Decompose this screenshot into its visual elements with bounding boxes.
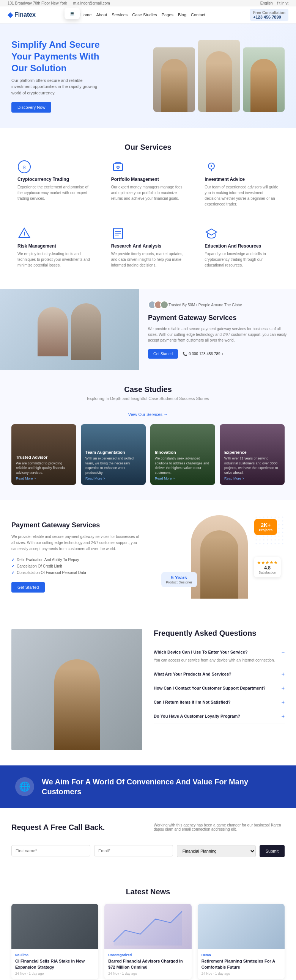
service-desc-1: Experience the excitement and promise of… [18, 184, 91, 201]
nav-home[interactable]: Home [80, 13, 91, 17]
news-title-3[interactable]: Retirement Planning Strategies For A Com… [202, 958, 281, 970]
case-read-more-1[interactable]: Read More > [16, 477, 72, 480]
case-studies-sub: Exploring In Depth and Insightful Case S… [11, 396, 285, 401]
hero-heading: Simplify And Secure Your Payments With O… [11, 39, 148, 74]
nav-pages[interactable]: Pages [162, 13, 173, 17]
service-card-5: Research And Analysis We provide timely … [105, 221, 191, 274]
hero-description: Our platform offers secure and reliable … [11, 77, 102, 96]
news-section: Latest News Naulima CI Financial Sells R… [0, 872, 296, 980]
case-studies-section: Case Studies Exploring In Depth and Insi… [0, 370, 296, 500]
payment-banner-section: 💻 Trusted By 50M+ People Around The Glob… [0, 289, 296, 370]
faq-toggle-5[interactable]: + [282, 713, 285, 719]
payment-gateway-section: Payment Gateway Services We provide reli… [0, 500, 296, 614]
news-date-1: 24 Nov · 1 day ago [15, 972, 94, 975]
contact-section: Request A Free Call Back. Working with t… [0, 808, 296, 872]
nav-phone: Free Consultation +123 456 7890 [250, 9, 288, 21]
logo-icon: ◆ [8, 11, 13, 19]
nav-blog[interactable]: Blog [178, 13, 186, 17]
services-title: Our Services [11, 143, 285, 152]
pg-check-2: ✓Cancelation Of Credit Limit [11, 563, 142, 570]
case-read-more-4[interactable]: Read More > [224, 477, 280, 480]
services-grid: ₿ Cryptocurrency Trading Experience the … [11, 154, 285, 274]
faq-image [11, 629, 142, 750]
news-title-1[interactable]: CI Financial Sells RIA Stake In New Expa… [15, 958, 94, 970]
news-tag-3: Demo [202, 953, 281, 957]
case-title-1: Trusted Advisor [16, 455, 72, 460]
service-field: Financial Planning [177, 845, 256, 857]
language-select[interactable]: English [260, 1, 273, 5]
logo: ◆ Finatex [8, 11, 36, 19]
nav-about[interactable]: About [96, 13, 107, 17]
pg-check-3: ✓Consolidation Of Financial Personal Dat… [11, 570, 142, 576]
pg-desc: We provide reliable and secure payment g… [11, 534, 142, 552]
faq-toggle-3[interactable]: + [282, 685, 285, 691]
projects-badge: 2K+ Projects [254, 519, 277, 535]
services-section: Our Services ₿ Cryptocurrency Trading Ex… [0, 128, 296, 289]
news-img-1 [11, 904, 98, 949]
service-card-6: Education And Resources Expand your know… [198, 221, 285, 274]
case-read-more-2[interactable]: Read More > [85, 477, 141, 480]
service-select[interactable]: Financial Planning [177, 845, 256, 857]
crypto-icon: ₿ [18, 160, 31, 173]
case-title-3: Innovation [155, 450, 211, 455]
news-body-2: Uncategorized Barred Financial Advisors … [104, 949, 191, 979]
faq-answer-1: You can access our service from any devi… [154, 655, 285, 663]
payment-banner-desc: We provide reliable and secure payment g… [148, 326, 287, 343]
faq-question-2[interactable]: What Are Your Products And Services? + [154, 671, 285, 677]
risk-icon [18, 227, 31, 240]
faq-item-1: Which Device Can I Use To Enter Your Ser… [154, 645, 285, 667]
nav-case-studies[interactable]: Case Studies [132, 13, 157, 17]
firstname-input[interactable] [11, 845, 90, 856]
faq-question-5[interactable]: Do You Have A Customer Loyalty Program? … [154, 713, 285, 719]
service-card-1: ₿ Cryptocurrency Trading Experience the … [11, 154, 98, 213]
submit-button[interactable]: Submit [259, 845, 285, 857]
case-read-more-3[interactable]: Read More > [155, 477, 211, 480]
case-desc-2: With an experienced and skilled team, we… [85, 456, 141, 475]
payment-get-started-button[interactable]: Get Started [148, 349, 178, 359]
svg-point-3 [117, 166, 119, 168]
news-img-3 [198, 904, 285, 949]
faq-item-5: Do You Have A Customer Loyalty Program? … [154, 709, 285, 723]
service-title-6: Education And Resources [205, 243, 278, 249]
service-desc-3: Our team of experienced advisors will gu… [205, 184, 278, 207]
faq-question-3[interactable]: How Can I Contact Your Customer Support … [154, 685, 285, 691]
address: 101 Broadway 70th Floor New York [8, 1, 67, 5]
email-input[interactable] [94, 845, 173, 856]
faq-question-1[interactable]: Which Device Can I Use To Enter Your Ser… [154, 649, 285, 655]
service-desc-5: We provide timely reports, market update… [111, 251, 185, 268]
service-title-2: Portfolio Management [111, 177, 185, 182]
service-desc-4: We employ industry-leading tools and tec… [18, 251, 91, 268]
news-grid: Naulima CI Financial Sells RIA Stake In … [11, 904, 285, 979]
faq-section: Frequently Asked Questions Which Device … [0, 614, 296, 765]
service-title-1: Cryptocurrency Trading [18, 177, 91, 182]
contact-form: Financial Planning Submit [11, 845, 285, 857]
case-studies-title: Case Studies [11, 385, 285, 394]
payment-banner-content: Trusted By 50M+ People Around The Globe … [139, 289, 296, 370]
case-grid: Trusted Advisor We are committed to prov… [11, 424, 285, 485]
news-date-2: 24 Nov · 1 day ago [108, 972, 187, 975]
contact-title: Request A Free Call Back. [11, 823, 142, 832]
faq-toggle-1[interactable]: − [282, 649, 285, 655]
payment-phone: 📞 0 000 123 456 789 › [182, 352, 223, 356]
years-badge: 5 Years Product Designer [161, 572, 197, 587]
payment-banner-title: Payment Gateway Services [148, 313, 287, 322]
payment-banner-image: 💻 [0, 289, 139, 370]
faq-question-4[interactable]: Can I Return Items If I'm Not Satisfied?… [154, 699, 285, 705]
nav-services[interactable]: Services [112, 13, 128, 17]
view-services-link[interactable]: View Our Services → [11, 412, 285, 417]
case-card-3: Innovation We constantly seek advanced s… [150, 424, 215, 485]
research-icon [111, 227, 125, 240]
nav-contact[interactable]: Contact [191, 13, 205, 17]
faq-toggle-2[interactable]: + [282, 671, 285, 677]
svg-rect-2 [114, 164, 123, 170]
news-body-3: Demo Retirement Planning Strategies For … [198, 949, 285, 979]
news-title-2[interactable]: Barred Financial Advisors Charged In $72… [108, 958, 187, 970]
hero-cta-button[interactable]: Discovery Now [11, 102, 51, 113]
case-desc-4: With over 21 years of serving industrial… [224, 456, 280, 475]
pg-visual: 2K+ Projects ★★★★★ 4.8 Satisfaction 5 Ye… [154, 515, 285, 599]
news-card-3: Demo Retirement Planning Strategies For … [198, 904, 285, 979]
faq-item-2: What Are Your Products And Services? + [154, 667, 285, 681]
faq-toggle-4[interactable]: + [282, 699, 285, 705]
pg-cta-button[interactable]: Get Started [11, 582, 45, 593]
cta-icon: 🌐 [15, 777, 34, 796]
